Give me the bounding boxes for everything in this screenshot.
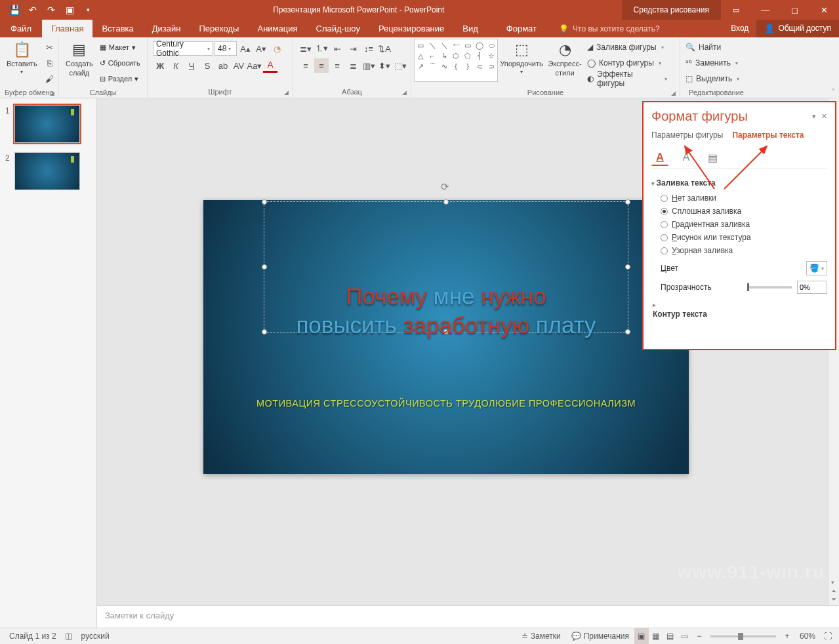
copy-icon[interactable]: ⎘ xyxy=(43,56,57,70)
transparency-spinner[interactable] xyxy=(797,281,827,294)
format-painter-icon[interactable]: 🖌 xyxy=(43,71,57,86)
layout-button[interactable]: ▦ Макет ▾ xyxy=(98,40,142,54)
slide[interactable]: ⟳ Почему мне нужно повысить заработную п… xyxy=(203,200,689,474)
color-picker[interactable]: 🪣▾ xyxy=(806,261,827,275)
tab-view[interactable]: Вид xyxy=(453,20,487,37)
notes-pane[interactable]: Заметки к слайду xyxy=(97,605,839,628)
tab-animations[interactable]: Анимация xyxy=(248,20,306,37)
inc-indent-icon[interactable]: ⇥ xyxy=(346,41,360,56)
dec-indent-icon[interactable]: ⇤ xyxy=(330,41,344,56)
font-size-combo[interactable]: 48▾ xyxy=(215,41,237,56)
align-text-icon[interactable]: ⬍▾ xyxy=(377,58,392,73)
align-left-icon[interactable]: ≡ xyxy=(298,58,313,73)
justify-icon[interactable]: ≣ xyxy=(346,58,360,73)
paste-button[interactable]: 📋Вставить▾ xyxy=(3,39,41,77)
tab-file[interactable]: Файл xyxy=(0,20,42,37)
tab-slideshow[interactable]: Слайд-шоу xyxy=(307,20,369,37)
fit-to-window-icon[interactable]: ⛶ xyxy=(821,628,835,645)
zoom-in-icon[interactable]: + xyxy=(780,628,794,645)
radio-solid-fill[interactable]: Сплошная заливка xyxy=(651,205,827,218)
tab-transitions[interactable]: Переходы xyxy=(190,20,248,37)
numbering-icon[interactable]: ⒈▾ xyxy=(314,41,329,56)
resize-handle[interactable] xyxy=(625,199,630,205)
slide-thumbnail-1[interactable] xyxy=(14,105,80,143)
shape-fill-button[interactable]: ◢Заливка фигуры▾ xyxy=(586,40,668,54)
radio-no-fill[interactable]: Нет заливки xyxy=(651,191,827,205)
shrink-font-icon[interactable]: A▾ xyxy=(254,41,268,56)
slide-thumbnail-2[interactable] xyxy=(14,152,80,190)
resize-handle[interactable] xyxy=(262,264,267,270)
find-button[interactable]: 🔍Найти xyxy=(684,40,747,54)
shadow-icon[interactable]: ab xyxy=(216,58,230,73)
redo-icon[interactable]: ↷ xyxy=(43,2,59,18)
char-spacing-icon[interactable]: AV xyxy=(232,58,246,73)
tab-review[interactable]: Рецензирование xyxy=(369,20,453,37)
clear-format-icon[interactable]: ◔ xyxy=(270,41,284,56)
dialog-launcher-icon[interactable]: ◢ xyxy=(284,89,289,96)
line-spacing-icon[interactable]: ↕≡ xyxy=(361,41,376,56)
sorter-view-icon[interactable]: ▦ xyxy=(649,628,663,645)
textbox-icon[interactable]: ▤ xyxy=(704,149,721,166)
language-indicator[interactable]: русский xyxy=(76,628,115,645)
resize-handle[interactable] xyxy=(262,199,267,205)
zoom-out-icon[interactable]: − xyxy=(692,628,706,645)
bullets-icon[interactable]: ≣▾ xyxy=(298,41,313,56)
qat-more-icon[interactable]: ▾ xyxy=(80,2,96,18)
font-name-combo[interactable]: Century Gothic▾ xyxy=(153,41,213,56)
slide-subtitle-text[interactable]: МОТИВАЦИЯ СТРЕССОУСТОЙЧИВОСТЬ ТРУДОЛЮБИЕ… xyxy=(249,398,643,409)
reading-view-icon[interactable]: ▤ xyxy=(663,628,678,645)
spellcheck-icon[interactable]: ◫ xyxy=(62,628,76,645)
pane-tab-text[interactable]: Параметры текста xyxy=(732,131,804,140)
font-color-icon[interactable]: A xyxy=(263,58,277,73)
columns-icon[interactable]: ▥▾ xyxy=(361,58,376,73)
italic-icon[interactable]: К xyxy=(169,58,183,73)
undo-icon[interactable]: ↶ xyxy=(25,2,41,18)
transparency-slider[interactable] xyxy=(747,286,792,289)
pane-close-icon[interactable]: ✕ xyxy=(821,112,827,121)
slide-counter[interactable]: Слайд 1 из 2 xyxy=(4,628,62,645)
minimize-icon[interactable]: — xyxy=(750,0,780,20)
arrange-button[interactable]: ⬚Упорядочить▾ xyxy=(498,39,545,77)
shapes-gallery[interactable]: ▭＼＼⬳▭◯⬭ △⌐↳⬡⬠⎨☆ ↗⌒∿{}⊂⊃ xyxy=(414,39,498,82)
replace-button[interactable]: ᵃᵇЗаменить▾ xyxy=(684,56,747,70)
section-button[interactable]: ⊟ Раздел ▾ xyxy=(98,71,142,86)
slideshow-view-icon[interactable]: ▭ xyxy=(678,628,692,645)
shape-outline-button[interactable]: ◯Контур фигуры▾ xyxy=(586,56,668,70)
align-right-icon[interactable]: ≡ xyxy=(330,58,344,73)
signin-link[interactable]: Вход xyxy=(723,20,756,37)
resize-handle[interactable] xyxy=(625,264,630,270)
section-text-fill[interactable]: Заливка текста xyxy=(651,178,827,188)
tab-design[interactable]: Дизайн xyxy=(143,20,190,37)
zoom-slider[interactable] xyxy=(710,635,776,637)
notes-toggle[interactable]: ≐ Заметки xyxy=(516,628,566,645)
rotate-handle-icon[interactable]: ⟳ xyxy=(441,181,451,191)
pane-tab-shape[interactable]: Параметры фигуры xyxy=(651,131,723,140)
resize-handle[interactable] xyxy=(443,199,449,205)
prev-slide-icon[interactable]: ⏶ xyxy=(831,588,837,594)
tab-format[interactable]: Формат xyxy=(497,20,546,37)
maximize-icon[interactable]: ◻ xyxy=(780,0,809,20)
text-direction-icon[interactable]: ⇅A xyxy=(377,41,392,56)
quick-styles-button[interactable]: ◔Экспресс- стили xyxy=(545,39,584,80)
shape-effects-button[interactable]: ◐Эффекты фигуры▾ xyxy=(586,71,668,86)
slide-title-text[interactable]: Почему мне нужно повысить заработную пла… xyxy=(265,282,627,340)
scroll-down-icon[interactable]: ▾ xyxy=(831,579,837,586)
strike-icon[interactable]: S xyxy=(200,58,215,73)
tab-home[interactable]: Главная xyxy=(42,20,92,37)
dialog-launcher-icon[interactable]: ◢ xyxy=(402,89,407,96)
zoom-level[interactable]: 60% xyxy=(794,628,821,645)
grow-font-icon[interactable]: A▴ xyxy=(238,41,253,56)
radio-picture-fill[interactable]: Рисунок или текстура xyxy=(651,231,827,244)
text-effects-icon[interactable]: A xyxy=(678,149,695,166)
cut-icon[interactable]: ✂ xyxy=(43,40,57,54)
collapse-ribbon-icon[interactable]: ˄ xyxy=(832,88,835,95)
tab-insert[interactable]: Вставка xyxy=(92,20,142,37)
pane-menu-icon[interactable]: ▾ xyxy=(812,112,816,121)
next-slide-icon[interactable]: ⏷ xyxy=(831,596,837,603)
underline-icon[interactable]: Ч xyxy=(184,58,199,73)
normal-view-icon[interactable]: ▣ xyxy=(634,628,649,645)
radio-pattern-fill[interactable]: Узорная заливка xyxy=(651,244,827,257)
tell-me[interactable]: 💡Что вы хотите сделать? xyxy=(546,20,723,37)
change-case-icon[interactable]: Aa▾ xyxy=(247,58,262,73)
start-from-beginning-icon[interactable]: ▣ xyxy=(62,2,77,18)
